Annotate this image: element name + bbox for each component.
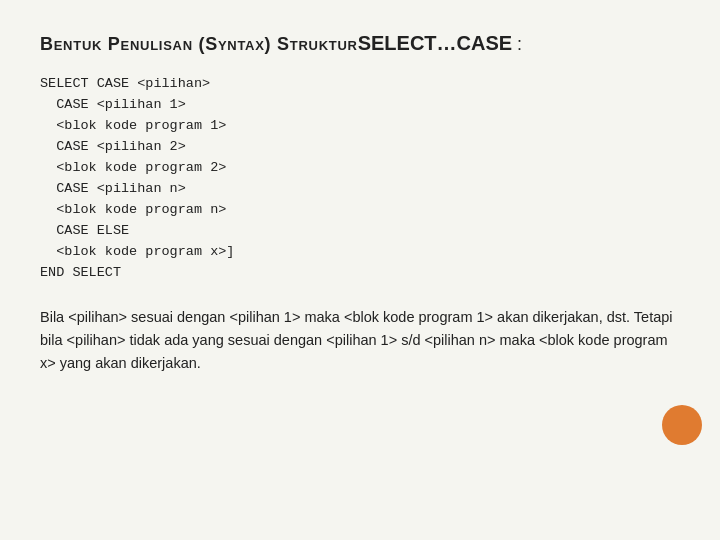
page: Bentuk Penulisan (Syntax) StrukturSELECT… xyxy=(0,0,720,540)
heading-suffix: : xyxy=(512,34,522,54)
heading-highlight: SELECT…CASE xyxy=(358,32,512,54)
orange-dot-decoration xyxy=(662,405,702,445)
heading-prefix: Bentuk Penulisan (Syntax) Struktur xyxy=(40,34,358,54)
page-title: Bentuk Penulisan (Syntax) StrukturSELECT… xyxy=(40,30,680,56)
description-text: Bila <pilihan> sesuai dengan <pilihan 1>… xyxy=(40,306,680,376)
code-block: SELECT CASE <pilihan> CASE <pilihan 1> <… xyxy=(40,74,680,283)
